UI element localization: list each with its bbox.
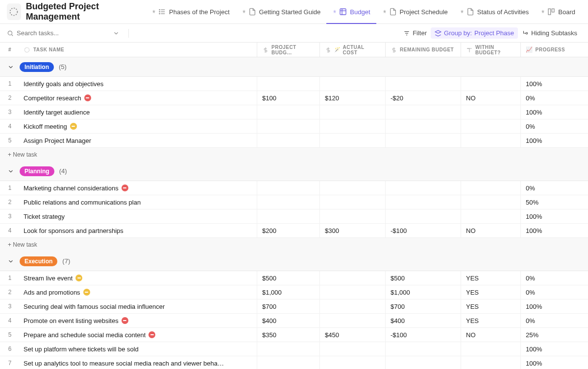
task-name-cell[interactable]: Stream live event [20, 271, 257, 285]
project-budget-cell[interactable] [257, 342, 319, 356]
progress-cell[interactable]: 100% [520, 342, 588, 356]
project-budget-cell[interactable]: $700 [257, 300, 319, 313]
task-name-cell[interactable]: Assign Project Manager [20, 134, 257, 147]
group-header[interactable]: Initiation(5) [0, 57, 588, 77]
within-budget-cell[interactable] [461, 105, 520, 119]
remaining-budget-cell[interactable]: -$100 [385, 328, 461, 342]
progress-cell[interactable]: 0% [520, 285, 588, 299]
table-row[interactable]: 4Promote on event listing websites$400$4… [0, 314, 588, 328]
within-budget-cell[interactable]: YES [461, 314, 520, 327]
actual-cost-cell[interactable]: $450 [319, 328, 385, 342]
table-row[interactable]: 3Securing deal with famous social media … [0, 300, 588, 314]
table-row[interactable]: 4Look for sponsors and partnerships$200$… [0, 224, 588, 238]
col-remaining-budget[interactable]: REMAINING BUDGET [385, 43, 461, 57]
actual-cost-cell[interactable] [319, 356, 385, 369]
group-header[interactable]: Execution(7) [0, 252, 588, 271]
actual-cost-cell[interactable] [319, 271, 385, 285]
tab-phases-of-the-project[interactable]: Phases of the Project [146, 0, 236, 24]
within-budget-cell[interactable] [461, 195, 520, 209]
table-row[interactable]: 7Set up analytics tool to measure social… [0, 356, 588, 369]
task-name-cell[interactable]: Identify target audience [20, 105, 257, 119]
within-budget-cell[interactable] [461, 342, 520, 356]
remaining-budget-cell[interactable] [385, 195, 461, 209]
col-progress[interactable]: 📈 PROGRESS [520, 43, 588, 57]
table-row[interactable]: 2Public relations and communications pla… [0, 195, 588, 209]
remaining-budget-cell[interactable]: $1,000 [385, 285, 461, 299]
project-budget-cell[interactable]: $400 [257, 314, 319, 327]
project-budget-cell[interactable]: $1,000 [257, 285, 319, 299]
tab-budget[interactable]: Budget [326, 0, 376, 24]
project-budget-cell[interactable]: $500 [257, 271, 319, 285]
project-budget-cell[interactable] [257, 77, 319, 91]
actual-cost-cell[interactable] [319, 181, 385, 195]
table-row[interactable]: 6Set up platform where tickets will be s… [0, 342, 588, 356]
within-budget-cell[interactable] [461, 209, 520, 223]
table-row[interactable]: 1Stream live event$500$500YES0% [0, 271, 588, 285]
progress-cell[interactable]: 50% [520, 195, 588, 209]
within-budget-cell[interactable]: YES [461, 271, 520, 285]
actual-cost-cell[interactable] [319, 300, 385, 313]
actual-cost-cell[interactable] [319, 209, 385, 223]
task-name-cell[interactable]: Marketing channel considerations [20, 181, 257, 195]
remaining-budget-cell[interactable] [385, 181, 461, 195]
actual-cost-cell[interactable] [319, 119, 385, 133]
task-name-cell[interactable]: Set up analytics tool to measure social … [20, 356, 257, 369]
chevron-down-icon[interactable] [7, 167, 15, 175]
remaining-budget-cell[interactable] [385, 119, 461, 133]
remaining-budget-cell[interactable]: $500 [385, 271, 461, 285]
project-budget-cell[interactable] [257, 134, 319, 147]
within-budget-cell[interactable]: YES [461, 285, 520, 299]
progress-cell[interactable]: 100% [520, 356, 588, 369]
table-row[interactable]: 3Identify target audience100% [0, 105, 588, 119]
within-budget-cell[interactable] [461, 134, 520, 147]
task-name-cell[interactable]: Prepare and schedule social media conten… [20, 328, 257, 342]
col-within-budget[interactable]: WITHIN BUDGET? [461, 43, 520, 57]
group-header[interactable]: Planning(4) [0, 161, 588, 181]
search-input[interactable] [17, 29, 95, 37]
project-budget-cell[interactable] [257, 119, 319, 133]
chevron-down-icon[interactable] [7, 257, 15, 265]
remaining-budget-cell[interactable] [385, 77, 461, 91]
table-row[interactable]: 2Competitor research$100$120-$20NO0% [0, 91, 588, 105]
remaining-budget-cell[interactable] [385, 134, 461, 147]
task-name-cell[interactable]: Ticket strategy [20, 209, 257, 223]
within-budget-cell[interactable] [461, 119, 520, 133]
project-budget-cell[interactable] [257, 181, 319, 195]
task-name-cell[interactable]: Competitor research [20, 91, 257, 105]
table-row[interactable]: 5Prepare and schedule social media conte… [0, 328, 588, 342]
task-name-cell[interactable]: Promote on event listing websites [20, 314, 257, 327]
progress-cell[interactable]: 100% [520, 105, 588, 119]
col-project-budget[interactable]: PROJECT BUDG… [257, 43, 319, 57]
table-row[interactable]: 4Kickoff meeting0% [0, 119, 588, 134]
chevron-down-icon[interactable] [113, 30, 120, 37]
remaining-budget-cell[interactable] [385, 342, 461, 356]
tab-project-schedule[interactable]: Project Schedule [376, 0, 454, 24]
remaining-budget-cell[interactable]: $700 [385, 300, 461, 313]
table-row[interactable]: 3Ticket strategy100% [0, 209, 588, 224]
task-name-cell[interactable]: Identify goals and objectives [20, 77, 257, 91]
progress-cell[interactable]: 0% [520, 181, 588, 195]
col-task-name[interactable]: TASK NAME [20, 43, 257, 57]
progress-cell[interactable]: 25% [520, 328, 588, 342]
task-name-cell[interactable]: Securing deal with famous social media i… [20, 300, 257, 313]
actual-cost-cell[interactable] [319, 285, 385, 299]
project-budget-cell[interactable] [257, 105, 319, 119]
within-budget-cell[interactable] [461, 356, 520, 369]
project-budget-cell[interactable] [257, 195, 319, 209]
project-budget-cell[interactable] [257, 356, 319, 369]
within-budget-cell[interactable]: NO [461, 91, 520, 105]
groupby-button[interactable]: Group by: Project Phase [431, 27, 518, 39]
hiding-subtasks-button[interactable]: Hiding Subtasks [518, 27, 581, 39]
progress-cell[interactable]: 100% [520, 224, 588, 237]
within-budget-cell[interactable] [461, 181, 520, 195]
new-task-button[interactable]: + New task [0, 238, 588, 252]
col-actual-cost[interactable]: 🪄 ACTUAL COST [319, 43, 385, 57]
remaining-budget-cell[interactable]: $400 [385, 314, 461, 327]
project-budget-cell[interactable] [257, 209, 319, 223]
table-row[interactable]: 1Marketing channel considerations0% [0, 181, 588, 195]
new-task-button[interactable]: + New task [0, 148, 588, 161]
remaining-budget-cell[interactable]: -$100 [385, 224, 461, 237]
progress-cell[interactable]: 100% [520, 300, 588, 313]
actual-cost-cell[interactable]: $300 [319, 224, 385, 237]
actual-cost-cell[interactable] [319, 105, 385, 119]
